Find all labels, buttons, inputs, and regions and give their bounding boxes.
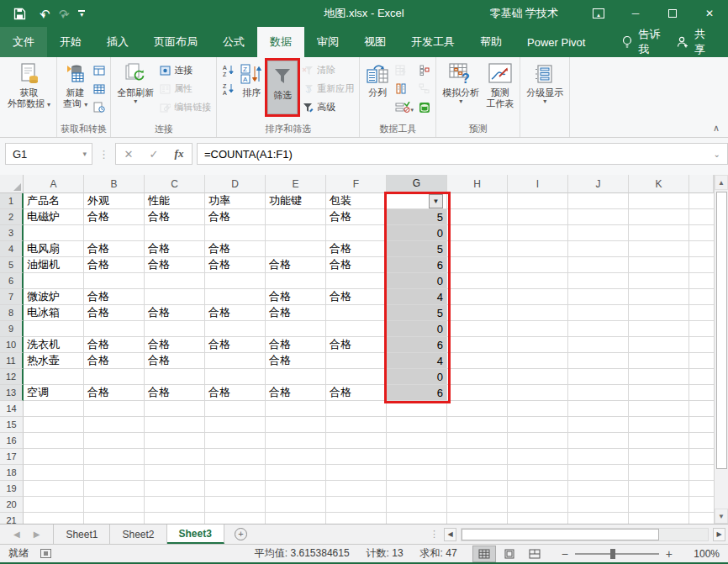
cell-A18[interactable] xyxy=(24,465,84,481)
cell-C16[interactable] xyxy=(145,433,205,449)
cell-F3[interactable] xyxy=(326,225,387,241)
cell-D11[interactable] xyxy=(205,353,266,369)
cell-I2[interactable] xyxy=(508,209,568,225)
cell-G2[interactable]: 5 xyxy=(387,209,447,225)
cell-I20[interactable] xyxy=(508,497,568,513)
tab-数据[interactable]: 数据 xyxy=(257,27,304,57)
cell-partial[interactable] xyxy=(689,465,714,481)
cell-J9[interactable] xyxy=(568,321,629,337)
column-header-C[interactable]: C xyxy=(145,175,205,193)
cell-D14[interactable] xyxy=(205,401,266,417)
cell-H5[interactable] xyxy=(447,257,508,273)
cell-B19[interactable] xyxy=(84,481,145,497)
row-header-21[interactable]: 21 xyxy=(0,513,24,524)
cell-F11[interactable] xyxy=(326,353,387,369)
cell-I7[interactable] xyxy=(508,289,568,305)
cell-E16[interactable] xyxy=(266,433,326,449)
cell-B3[interactable] xyxy=(84,225,145,241)
cell-E5[interactable]: 合格 xyxy=(266,257,326,273)
row-header-10[interactable]: 10 xyxy=(0,337,24,353)
cell-B1[interactable]: 外观 xyxy=(84,193,145,209)
cell-D2[interactable]: 合格 xyxy=(205,209,266,225)
cell-E10[interactable]: 合格 xyxy=(266,337,326,353)
cell-E11[interactable]: 合格 xyxy=(266,353,326,369)
cell-J7[interactable] xyxy=(568,289,629,305)
cell-G3[interactable]: 0 xyxy=(387,225,447,241)
column-header-K[interactable]: K xyxy=(629,175,689,193)
row-header-4[interactable]: 4 xyxy=(0,241,24,257)
cell-H18[interactable] xyxy=(447,465,508,481)
advanced-filter-button[interactable]: 高级 xyxy=(299,99,356,115)
cell-B18[interactable] xyxy=(84,465,145,481)
cell-I4[interactable] xyxy=(508,241,568,257)
row-header-13[interactable]: 13 xyxy=(0,385,24,401)
cell-D7[interactable] xyxy=(205,289,266,305)
cell-J3[interactable] xyxy=(568,225,629,241)
cell-I16[interactable] xyxy=(508,433,568,449)
zoom-slider[interactable] xyxy=(575,553,659,555)
cell-A7[interactable]: 微波炉 xyxy=(24,289,84,305)
cell-A9[interactable] xyxy=(24,321,84,337)
cell-I10[interactable] xyxy=(508,337,568,353)
cell-A8[interactable]: 电冰箱 xyxy=(24,305,84,321)
cell-partial[interactable] xyxy=(689,305,714,321)
cell-A19[interactable] xyxy=(24,481,84,497)
row-header-15[interactable]: 15 xyxy=(0,417,24,433)
row-header-8[interactable]: 8 xyxy=(0,305,24,321)
cell-H2[interactable] xyxy=(447,209,508,225)
scroll-right-icon[interactable]: ▶ xyxy=(713,528,725,541)
cell-partial[interactable] xyxy=(689,257,714,273)
cell-partial[interactable] xyxy=(689,241,714,257)
cell-F19[interactable] xyxy=(326,481,387,497)
collapse-ribbon-icon[interactable]: ∧ xyxy=(713,123,720,134)
cell-B6[interactable] xyxy=(84,273,145,289)
cell-B12[interactable] xyxy=(84,369,145,385)
cell-A3[interactable] xyxy=(24,225,84,241)
manage-data-model-button[interactable] xyxy=(416,99,433,115)
cell-B14[interactable] xyxy=(84,401,145,417)
cell-F14[interactable] xyxy=(326,401,387,417)
cell-A1[interactable]: 产品名 xyxy=(24,193,84,209)
cell-I6[interactable] xyxy=(508,273,568,289)
forecast-sheet-button[interactable]: 预测 工作表 xyxy=(483,60,517,109)
cell-B10[interactable]: 合格 xyxy=(84,337,145,353)
cell-K1[interactable] xyxy=(629,193,689,209)
macro-record-icon[interactable] xyxy=(40,549,51,558)
cell-F2[interactable]: 合格 xyxy=(326,209,387,225)
cell-I8[interactable] xyxy=(508,305,568,321)
cell-G9[interactable]: 0 xyxy=(387,321,447,337)
new-query-button[interactable]: 新建 查询 ▾ xyxy=(60,60,91,109)
tab-插入[interactable]: 插入 xyxy=(94,27,141,57)
cell-H12[interactable] xyxy=(447,369,508,385)
column-header-J[interactable]: J xyxy=(568,175,629,193)
cell-A4[interactable]: 电风扇 xyxy=(24,241,84,257)
cell-partial[interactable] xyxy=(689,513,714,524)
cell-J21[interactable] xyxy=(568,513,629,524)
column-header-F[interactable]: F xyxy=(326,175,387,193)
sheet-tab-Sheet3[interactable]: Sheet3 xyxy=(167,524,224,544)
tab-页面布局[interactable]: 页面布局 xyxy=(141,27,210,57)
cell-D16[interactable] xyxy=(205,433,266,449)
cell-H20[interactable] xyxy=(447,497,508,513)
cell-H9[interactable] xyxy=(447,321,508,337)
column-header-B[interactable]: B xyxy=(84,175,145,193)
cell-E19[interactable] xyxy=(266,481,326,497)
cell-B9[interactable] xyxy=(84,321,145,337)
cell-H16[interactable] xyxy=(447,433,508,449)
cell-H11[interactable] xyxy=(447,353,508,369)
cell-G14[interactable] xyxy=(387,401,447,417)
cell-H6[interactable] xyxy=(447,273,508,289)
cell-D4[interactable]: 合格 xyxy=(205,241,266,257)
cell-C20[interactable] xyxy=(145,497,205,513)
expand-formula-bar-icon[interactable]: ⌄ xyxy=(714,150,720,159)
cell-C3[interactable] xyxy=(145,225,205,241)
name-box[interactable]: G1 ▾ xyxy=(5,143,92,165)
cell-F1[interactable]: 包装 xyxy=(326,193,387,209)
cell-H17[interactable] xyxy=(447,449,508,465)
cell-partial[interactable] xyxy=(689,225,714,241)
undo-icon[interactable]: ↶▾ xyxy=(40,8,45,20)
cell-G1[interactable]: ▼ xyxy=(387,193,447,209)
cell-G19[interactable] xyxy=(387,481,447,497)
cell-D6[interactable] xyxy=(205,273,266,289)
cell-C21[interactable] xyxy=(145,513,205,524)
